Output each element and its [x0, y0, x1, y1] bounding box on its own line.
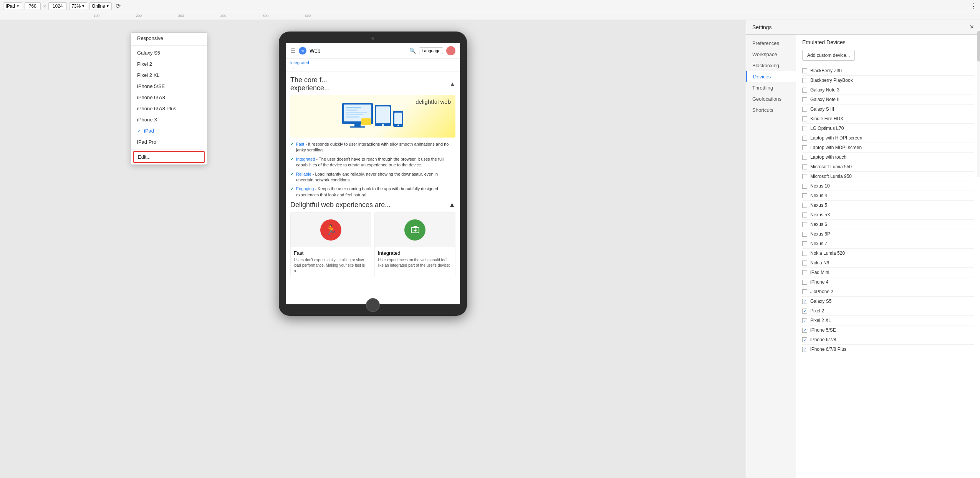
user-avatar[interactable]	[446, 46, 455, 55]
device-label-kindle-fire-hdx: Kindle Fire HDX	[810, 116, 843, 121]
device-checkbox-iphone-678-checked[interactable]	[802, 337, 807, 342]
device-label-ipad-mini: iPad Mini	[810, 270, 829, 275]
emulated-devices-title: Emulated Devices	[802, 39, 974, 45]
device-checkbox-laptop-touch[interactable]	[802, 155, 807, 160]
dropdown-pixel-2-xl[interactable]: Pixel 2 XL	[131, 70, 207, 81]
device-label-galaxy-s-iii: Galaxy S III	[810, 106, 834, 112]
device-checkbox-nexus-5x[interactable]	[802, 212, 807, 217]
zoom-arrow: ▼	[81, 4, 85, 8]
device-checkbox-nokia-lumia-520[interactable]	[802, 251, 807, 256]
settings-nav-devices[interactable]: Devices	[746, 71, 796, 82]
card-integrated: Integrated User experiences on the web s…	[374, 212, 455, 277]
device-checkbox-nokia-n9[interactable]	[802, 261, 807, 266]
device-checkbox-galaxy-s-iii[interactable]	[802, 107, 807, 112]
dropdown-iphone-x[interactable]: iPhone X	[131, 114, 207, 125]
dropdown-galaxy-s5[interactable]: Galaxy S5	[131, 47, 207, 58]
device-label-iphone-678-checked: iPhone 6/7/8	[810, 337, 836, 342]
device-checkbox-ipad-mini[interactable]	[802, 270, 807, 275]
device-label-pixel-2-xl-checked: Pixel 2 XL	[810, 318, 831, 323]
hamburger-icon[interactable]: ☰	[290, 47, 296, 55]
section2-title-text: Delightful web experiences are...	[290, 201, 391, 209]
settings-nav-workspace[interactable]: Workspace	[746, 49, 796, 60]
device-checkbox-nexus-4[interactable]	[802, 193, 807, 198]
device-checkbox-iphone-678-plus-checked[interactable]	[802, 347, 807, 352]
device-checkbox-nexus-6[interactable]	[802, 222, 807, 227]
settings-close-button[interactable]: ×	[970, 23, 974, 31]
emulated-devices-panel: Emulated Devices Add custom device... Bl…	[796, 35, 980, 478]
rotate-button[interactable]: ⟳	[114, 2, 122, 10]
device-checkbox-laptop-hidpi[interactable]	[802, 136, 807, 141]
device-item-galaxy-note-3: Galaxy Note 3	[802, 85, 974, 95]
feature-reliable: ✓ Reliable - Load instantly and reliably…	[290, 171, 455, 183]
integrated-svg	[410, 224, 420, 235]
promo-image-container: delightful web	[290, 95, 455, 138]
device-checkbox-jio-phone-2[interactable]	[802, 289, 807, 294]
device-home-button[interactable]	[366, 298, 380, 312]
device-checkbox-pixel-2-checked[interactable]	[802, 309, 807, 314]
device-item-blackberry-playbook: Blackberry PlayBook	[802, 76, 974, 85]
device-checkbox-lg-optimus-l70[interactable]	[802, 126, 807, 131]
device-checkbox-nexus-6p[interactable]	[802, 232, 807, 237]
device-item-galaxy-s5-checked: Galaxy S5	[802, 297, 974, 306]
more-options-button[interactable]: ⋮	[970, 2, 977, 10]
device-label-microsoft-lumia-950: Microsoft Lumia 950	[810, 174, 852, 179]
device-checkbox-nexus-10[interactable]	[802, 184, 807, 189]
device-checkbox-galaxy-s5-checked[interactable]	[802, 299, 807, 304]
settings-nav-shortcuts[interactable]: Shortcuts	[746, 105, 796, 116]
dropdown-iphone-678-plus[interactable]: iPhone 6/7/8 Plus	[131, 103, 207, 114]
settings-nav-throttling[interactable]: Throttling	[746, 82, 796, 93]
add-custom-device-button[interactable]: Add custom device...	[802, 50, 855, 61]
dropdown-pixel-2[interactable]: Pixel 2	[131, 58, 207, 70]
width-input[interactable]	[25, 2, 41, 10]
dropdown-responsive[interactable]: Responsive	[131, 33, 207, 44]
language-button[interactable]: Language	[419, 47, 443, 54]
settings-nav-geolocations[interactable]: Geolocations	[746, 93, 796, 105]
settings-nav-blackboxing[interactable]: Blackboxing	[746, 60, 796, 71]
device-label-lg-optimus-l70: LG Optimus L70	[810, 126, 844, 131]
device-checkbox-iphone-4[interactable]	[802, 280, 807, 285]
ruler-mark-600: 600	[305, 14, 311, 18]
card-integrated-title: Integrated	[378, 250, 452, 256]
device-selector[interactable]: iPad ▼	[3, 2, 22, 10]
svg-rect-17	[361, 118, 371, 125]
device-checkbox-blackberry-z30[interactable]	[802, 68, 807, 73]
device-item-nexus-4: Nexus 4	[802, 191, 974, 201]
device-checkbox-nexus-5[interactable]	[802, 203, 807, 208]
device-checkbox-kindle-fire-hdx[interactable]	[802, 116, 807, 121]
zoom-selector[interactable]: 73% ▼	[69, 2, 87, 10]
settings-nav-preferences[interactable]: Preferences	[746, 38, 796, 49]
device-label-laptop-touch: Laptop with touch	[810, 154, 846, 160]
dropdown-edit[interactable]: Edit...	[133, 151, 205, 163]
search-icon[interactable]: 🔍	[409, 48, 416, 54]
device-checkbox-nexus-7[interactable]	[802, 241, 807, 246]
iphone-5se-label: iPhone 5/SE	[137, 83, 165, 89]
dropdown-ipad[interactable]: ✓ iPad	[131, 125, 207, 136]
device-label-nexus-5x: Nexus 5X	[810, 212, 830, 217]
svg-rect-15	[346, 114, 363, 115]
device-checkbox-microsoft-lumia-550[interactable]	[802, 164, 807, 169]
device-item-nexus-5: Nexus 5	[802, 201, 974, 210]
ruler-mark-100: 100	[94, 14, 99, 18]
hero-expand-icon[interactable]: ▲	[449, 81, 455, 88]
device-checkbox-galaxy-note-3[interactable]	[802, 88, 807, 93]
network-selector[interactable]: Online ▼	[89, 2, 112, 10]
section2-expand-icon[interactable]: ▲	[449, 201, 455, 209]
dropdown-iphone-5se[interactable]: iPhone 5/SE	[131, 81, 207, 92]
device-checkbox-blackberry-playbook[interactable]	[802, 78, 807, 83]
dropdown-ipad-pro[interactable]: iPad Pro	[131, 136, 207, 148]
device-checkbox-microsoft-lumia-950[interactable]	[802, 174, 807, 179]
height-input[interactable]	[48, 2, 67, 10]
device-item-nexus-6p: Nexus 6P	[802, 229, 974, 239]
scrollbar-thumb[interactable]	[977, 35, 980, 61]
device-checkbox-iphone-5se-checked[interactable]	[802, 328, 807, 333]
feature-integrated: ✓ Integrated - The user doesn't have to …	[290, 156, 455, 168]
scrollbar-track[interactable]	[977, 35, 980, 177]
device-label-galaxy-s5-checked: Galaxy S5	[810, 299, 831, 304]
device-checkbox-laptop-mdpi[interactable]	[802, 145, 807, 150]
device-item-nokia-n9: Nokia N9	[802, 258, 974, 268]
device-checkbox-galaxy-note-ii[interactable]	[802, 97, 807, 102]
dropdown-iphone-678[interactable]: iPhone 6/7/8	[131, 92, 207, 103]
device-checkbox-pixel-2-xl-checked[interactable]	[802, 318, 807, 323]
svg-rect-12	[346, 107, 361, 108]
responsive-label: Responsive	[137, 35, 163, 41]
